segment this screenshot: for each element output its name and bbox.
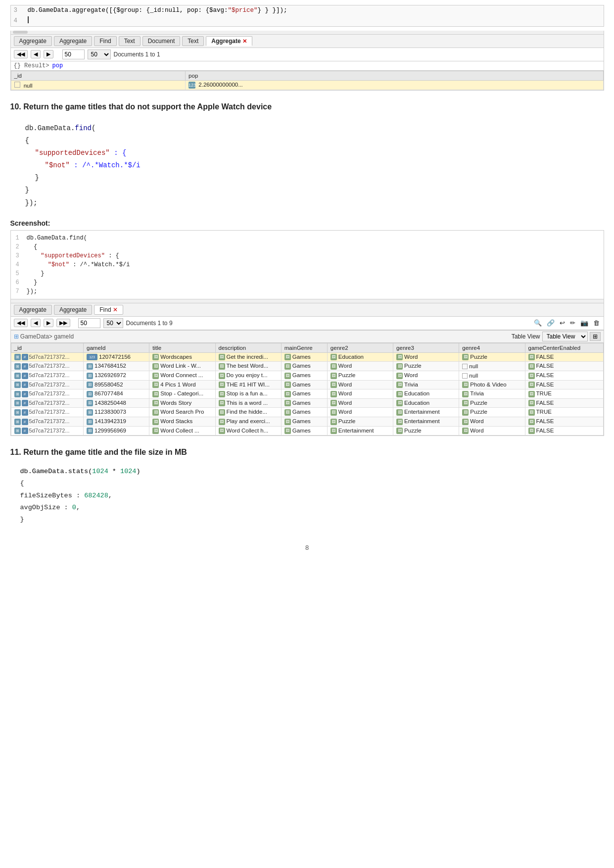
table-cell: 🖼TRUE [525, 389, 603, 399]
line-number-3: 3 [14, 6, 24, 15]
grid-view-button[interactable]: ⊞ [590, 332, 601, 341]
ss-ln-1: 1 [16, 234, 27, 242]
table-cell: 🖼This is a word ... [215, 398, 281, 408]
col-header-pop[interactable]: pop [186, 71, 603, 80]
ss-nav-select[interactable]: 50 [103, 318, 123, 328]
nav-next-button[interactable]: ▶ [44, 50, 53, 58]
num-icon: 123 [189, 82, 195, 89]
ss-tab-find[interactable]: Find ✕ [94, 305, 123, 315]
table-cell: 🖼Education [393, 398, 459, 408]
table-cell: 🖼4 Pics 1 Word [149, 380, 215, 389]
icon-delete[interactable]: 🗑 [593, 319, 600, 327]
tab-text-1[interactable]: Text [119, 36, 141, 46]
tab-aggregate-active[interactable]: Aggregate ✕ [206, 36, 252, 46]
screenshot-label: Screenshot: [10, 219, 604, 227]
table-cell: 🖼FALSE [525, 417, 603, 426]
table-cell: 🖼Puzzle [327, 417, 393, 426]
col-header-id[interactable]: _id [11, 71, 186, 80]
tab-aggregate-2[interactable]: Aggregate [54, 36, 92, 46]
table-row: ⊞#5d7ca7217372...⊞1413942319🖼Word Stacks… [11, 417, 603, 426]
null-checkbox[interactable] [14, 82, 20, 88]
col-header-gamecenter[interactable]: gameCenterEnabled [525, 343, 603, 352]
table-cell: ⊞1123830073 [84, 408, 149, 417]
tab-document[interactable]: Document [142, 36, 181, 46]
table-cell: 🖼Games [281, 417, 327, 426]
table-row: ⊞#5d7ca7217372...⊞895580452🖼4 Pics 1 Wor… [11, 380, 603, 389]
table-cell: 🖼Games [281, 362, 327, 371]
col-header-genre4[interactable]: genre4 [459, 343, 525, 352]
ss-nav-last[interactable]: ▶▶ [56, 319, 70, 327]
table-cell: 🖼Puzzle [327, 371, 393, 381]
cell-id: ⊞#5d7ca7217372... [11, 398, 84, 408]
result-field-label: pop [52, 62, 63, 69]
table-cell: 🖼Entertainment [393, 417, 459, 426]
col-header-description[interactable]: description [215, 343, 281, 352]
ss-nav-first[interactable]: ◀◀ [14, 319, 28, 327]
ss-tab-aggregate-2[interactable]: Aggregate [54, 305, 92, 315]
ss-code-box: 1 db.GameData.find( 2 { 3 "supportedDevi… [10, 230, 604, 299]
table-cell: 🖼The best Word... [215, 362, 281, 371]
table-cell: 🖼Stop - Categori... [149, 389, 215, 399]
table-cell: 🖼Games [281, 398, 327, 408]
table-cell: 🖼Trivia [459, 389, 525, 399]
table-cell: 🖼Wordscapes [149, 352, 215, 362]
table-view-select[interactable]: Table View JSON View [542, 332, 588, 341]
table-cell: 🖼Word [327, 408, 393, 417]
ss-line-2: 2 { [16, 242, 599, 251]
icon-search[interactable]: 🔍 [534, 319, 542, 327]
code11-avgobjsize: avgObjSize : 0, [20, 502, 594, 514]
cell-id: ⊞#5d7ca7217372... [11, 389, 84, 399]
cell-id: null [11, 80, 186, 90]
table-row: ⊞#5d7ca7217372...⊞1123830073🖼Word Search… [11, 408, 603, 417]
col-header-maingenre[interactable]: mainGenre [281, 343, 327, 352]
tab-aggregate-1[interactable]: Aggregate [14, 36, 52, 46]
nav-first-button[interactable]: ◀◀ [14, 50, 28, 58]
tab-find[interactable]: Find [94, 36, 116, 46]
code-line-3: 3 db.GameData.aggregate([{$group: {_id:n… [11, 5, 604, 16]
table-cell: 🖼Get the incredi... [215, 352, 281, 362]
ss-code-7: }); [27, 287, 38, 296]
cell-id: ⊞#5d7ca7217372... [11, 417, 84, 426]
ss-nav-next[interactable]: ▶ [44, 319, 53, 327]
icon-camera[interactable]: 📷 [580, 319, 588, 327]
icon-link[interactable]: 🔗 [547, 319, 555, 327]
ss-nav-limit-input[interactable] [78, 318, 100, 328]
table-cell: ⊞1299956969 [84, 426, 149, 435]
code11-filesizebytes: fileSizeBytes : 682428, [20, 490, 594, 502]
col-header-gameid[interactable]: gameId [84, 343, 149, 352]
ss-nav-prev[interactable]: ◀ [31, 319, 41, 327]
table-cell: null [459, 362, 525, 371]
table-cell: 🖼Games [281, 389, 327, 399]
ss-horizontal-scrollbar[interactable] [10, 299, 604, 303]
table-cell: 🖼FALSE [525, 426, 603, 435]
ss-ln-4: 4 [16, 260, 27, 269]
table-row: ⊞#5d7ca7217372...⊞1347684152🖼Word Link -… [11, 362, 603, 371]
col-header-genre2[interactable]: genre2 [327, 343, 393, 352]
table-cell: 🖼Games [281, 426, 327, 435]
table-cell: 🖼Word [393, 352, 459, 362]
horizontal-scrollbar[interactable] [10, 31, 604, 35]
table-cell: 🖼Do you enjoy t... [215, 371, 281, 381]
gamedata-tab-label: ⊞ GameData> gameId [14, 333, 74, 340]
nav-limit-input[interactable] [62, 49, 85, 59]
icon-edit[interactable]: ✏ [570, 319, 575, 327]
table-cell: ⊞1347684152 [84, 362, 149, 371]
table-cell: 🖼Word [393, 371, 459, 381]
col-header-title[interactable]: title [149, 343, 215, 352]
section10-code-block: db.GameData.find( { "supportedDevices" :… [10, 117, 604, 214]
code-line-open-brace: { [25, 135, 589, 147]
nav-prev-button[interactable]: ◀ [31, 50, 41, 58]
table-cell: 🖼Word Collect ... [149, 426, 215, 435]
tab-text-2[interactable]: Text [182, 36, 204, 46]
table-cell: 🖼FALSE [525, 398, 603, 408]
nav-limit-select[interactable]: 50 100 [88, 49, 111, 59]
icon-refresh[interactable]: ↩ [560, 319, 565, 327]
top-code-editor: 3 db.GameData.aggregate([{$group: {_id:n… [10, 5, 604, 27]
col-header-id[interactable]: _id [11, 343, 84, 352]
ss-ln-5: 5 [16, 269, 27, 278]
ss-tab-aggregate-1[interactable]: Aggregate [14, 305, 52, 315]
nav-docs-label: Documents 1 to 1 [114, 51, 160, 58]
table-cell: 🖼Stop is a fun a... [215, 389, 281, 399]
col-header-genre3[interactable]: genre3 [393, 343, 459, 352]
code-line-close-inner-brace: } [25, 172, 589, 184]
